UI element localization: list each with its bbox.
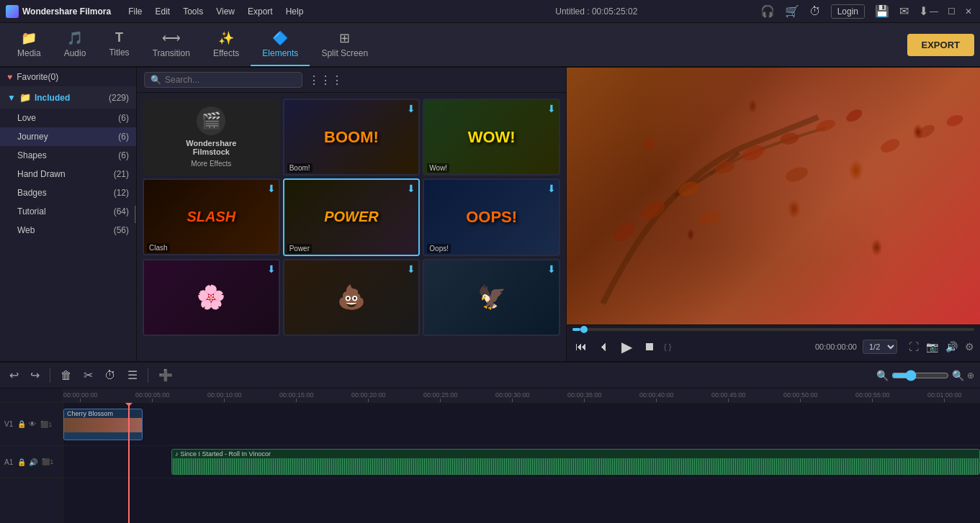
menu-view[interactable]: View — [210, 4, 240, 19]
timer-button[interactable]: ⏱ — [101, 367, 120, 384]
oops-download-icon[interactable]: ⬇ — [547, 183, 556, 194]
filmstock-brand: Wondershare Filmstock — [186, 139, 236, 156]
undo-button[interactable]: ↩ — [6, 366, 22, 384]
clock-icon[interactable]: ⏱ — [809, 5, 821, 18]
video-track-row: Cherry Blossom — [63, 403, 980, 446]
full-screen-button[interactable]: ⛶ — [909, 341, 919, 353]
element-card-clash[interactable]: SLASH ⬇ Clash — [143, 178, 280, 255]
svg-point-7 — [610, 219, 638, 245]
ruler-tick-9: 00:00:45:00 — [711, 391, 746, 402]
lock-icon[interactable]: 🔒 — [17, 420, 26, 428]
tab-elements[interactable]: 🔷 Elements — [251, 23, 310, 66]
sidebar-item-hand-drawn[interactable]: Hand Drawn (21) — [0, 165, 136, 183]
pink-download-icon[interactable]: ⬇ — [267, 263, 276, 275]
scrubber-thumb[interactable] — [580, 326, 588, 333]
playhead[interactable] — [128, 403, 130, 523]
close-button[interactable]: ✕ — [963, 6, 974, 17]
element-card-power[interactable]: POWER ⬇ Power — [283, 178, 421, 255]
minimize-button[interactable]: — — [928, 6, 940, 17]
export-button[interactable]: EXPORT — [907, 34, 974, 56]
grid-toggle-icon[interactable]: ⋮⋮⋮ — [308, 73, 343, 87]
audio-title: ♪ Since I Started - Roll In Vinocor — [172, 450, 979, 458]
brown-download-icon[interactable]: ⬇ — [407, 263, 415, 275]
save-icon[interactable]: 💾 — [875, 4, 889, 18]
filmstock-logo: 🎬 — [197, 106, 225, 135]
settings-button[interactable]: ⚙ — [965, 341, 974, 353]
download-icon[interactable]: ⬇ — [919, 4, 928, 18]
mail-icon[interactable]: ✉ — [899, 4, 909, 18]
delete-button[interactable]: 🗑 — [57, 367, 76, 384]
frame-back-button[interactable]: ⏴ — [595, 339, 613, 355]
tab-titles[interactable]: T Titles — [97, 23, 140, 66]
playback-fraction-select[interactable]: 1/2 Full 1/4 — [863, 340, 897, 354]
tab-audio[interactable]: 🎵 Audio — [53, 23, 98, 66]
clash-download-icon[interactable]: ⬇ — [267, 183, 276, 194]
plus-icon[interactable]: ⊕ — [967, 370, 974, 381]
tab-transition[interactable]: ⟷ Transition — [141, 23, 202, 66]
step-back-button[interactable]: ⏮ — [572, 339, 590, 355]
audio-icon: 🎵 — [67, 30, 83, 46]
menu-tools[interactable]: Tools — [177, 4, 209, 19]
cart-icon[interactable]: 🛒 — [785, 4, 799, 18]
element-card-oops[interactable]: OOPS! ⬇ Oops! — [423, 178, 560, 255]
toolbar-sep-1 — [50, 368, 50, 383]
tab-audio-label: Audio — [64, 48, 86, 58]
oops-label: Oops! — [427, 244, 451, 253]
tab-split-screen[interactable]: ⊞ Split Screen — [310, 23, 379, 66]
eye-icon[interactable]: 👁 — [29, 420, 36, 428]
sidebar-item-tutorial[interactable]: Tutorial (64) — [0, 202, 136, 221]
menu-file[interactable]: File — [122, 4, 148, 19]
login-button[interactable]: Login — [831, 4, 865, 19]
add-track-button[interactable]: ➕ — [155, 366, 176, 384]
element-card-bird[interactable]: 🦅 ⬇ — [423, 259, 560, 336]
audio-volume-icon[interactable]: 🔊 — [29, 458, 37, 466]
element-card-boom[interactable]: BOOM! ⬇ Boom! — [283, 99, 421, 176]
audio-clip[interactable]: ♪ Since I Started - Roll In Vinocor — [171, 449, 980, 475]
audio-lock-icon[interactable]: 🔒 — [17, 458, 26, 466]
camera-button[interactable]: 📷 — [926, 341, 938, 353]
stop-button[interactable]: ⏹ — [641, 339, 658, 355]
tab-media[interactable]: 📁 Media — [6, 23, 53, 66]
search-input[interactable] — [165, 75, 296, 85]
zoom-out-icon[interactable]: 🔍 — [876, 370, 889, 381]
ruler-tick-10: 00:00:50:00 — [783, 391, 818, 402]
love-label: Love — [17, 113, 36, 123]
play-button[interactable]: ▶ — [619, 337, 635, 357]
zoom-slider-input[interactable] — [891, 370, 949, 381]
volume-button[interactable]: 🔊 — [945, 341, 958, 353]
element-card-wow[interactable]: WOW! ⬇ Wow! — [423, 99, 560, 176]
sidebar-item-shapes[interactable]: Shapes (6) — [0, 146, 136, 165]
elements-toolbar: 🔍 ⋮⋮⋮ — [137, 68, 566, 93]
ruler-tick-7: 00:00:35:00 — [567, 391, 602, 402]
tab-effects[interactable]: ✨ Effects — [202, 23, 251, 66]
bird-download-icon[interactable]: ⬇ — [547, 263, 556, 275]
menu-edit[interactable]: Edit — [149, 4, 176, 19]
power-download-icon[interactable]: ⬇ — [407, 183, 415, 194]
menu-export[interactable]: Export — [242, 4, 279, 19]
preview-scrubber[interactable] — [572, 328, 974, 331]
element-card-pink[interactable]: 🌸 ⬇ — [143, 259, 280, 336]
cut-button[interactable]: ✂ — [80, 366, 96, 384]
sidebar-item-badges[interactable]: Badges (12) — [0, 183, 136, 202]
sidebar-item-favorite[interactable]: ♥ Favorite (0) — [0, 68, 136, 86]
pink-icon: 🌸 — [197, 283, 225, 311]
maximize-button[interactable]: ☐ — [945, 6, 957, 17]
redo-button[interactable]: ↪ — [27, 366, 43, 384]
wow-download-icon[interactable]: ⬇ — [547, 103, 556, 114]
nav-toolbar: 📁 Media 🎵 Audio T Titles ⟷ Transition ✨ … — [0, 23, 980, 68]
menu-help[interactable]: Help — [280, 4, 310, 19]
sidebar-item-love[interactable]: Love (6) — [0, 109, 136, 127]
zoom-in-icon[interactable]: 🔍 — [952, 370, 964, 381]
audio-track-row: ♪ Since I Started - Roll In Vinocor — [63, 446, 980, 478]
headphone-icon[interactable]: 🎧 — [760, 4, 775, 18]
sidebar-included-header[interactable]: ▼ 📁 Included (229) — [0, 86, 136, 109]
filmstock-card[interactable]: 🎬 Wondershare Filmstock More Effects — [143, 99, 280, 176]
video-clip[interactable]: Cherry Blossom — [63, 409, 143, 440]
options-button[interactable]: ☰ — [124, 366, 141, 384]
element-card-brown[interactable]: 💩 ⬇ — [283, 259, 421, 336]
sidebar-item-web[interactable]: Web (56) — [0, 221, 136, 240]
menu-bar: File Edit Tools View Export Help — [122, 4, 439, 19]
boom-download-icon[interactable]: ⬇ — [407, 103, 415, 114]
sidebar-item-journey[interactable]: Journey (6) — [0, 127, 136, 146]
tab-transition-label: Transition — [153, 48, 190, 58]
